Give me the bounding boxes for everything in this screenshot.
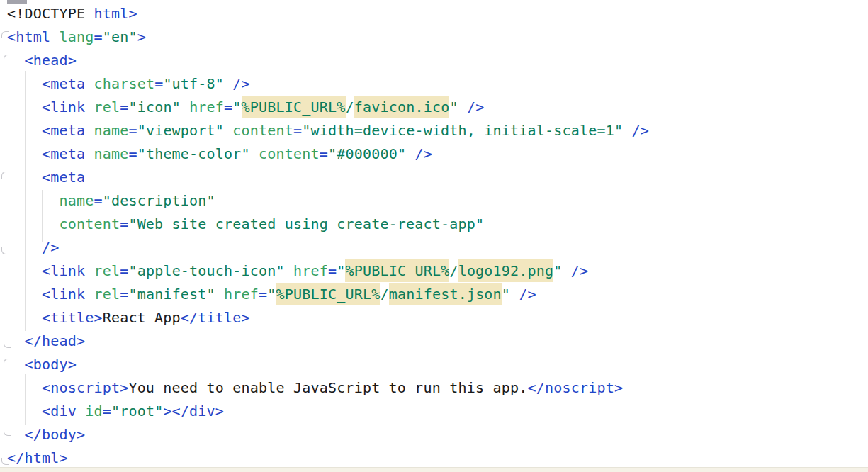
code-segment: name	[94, 122, 128, 139]
code-line-19[interactable]: </body>	[0, 423, 868, 446]
code-segment: =	[94, 192, 102, 209]
code-segment	[50, 28, 59, 45]
fold-marker-html-close[interactable]	[1, 458, 9, 465]
code-line-3[interactable]: <head>	[0, 49, 868, 72]
code-area[interactable]: <!DOCTYPE html><html lang="en"> <head> <…	[0, 2, 868, 470]
code-line-5[interactable]: <link rel="icon" href="%PUBLIC_URL%/favi…	[0, 96, 868, 119]
indent-guide-head	[25, 71, 26, 331]
code-segment: html>	[94, 5, 137, 22]
code-segment	[85, 286, 94, 303]
code-segment	[406, 145, 415, 162]
code-segment	[250, 145, 259, 162]
code-segment: />	[571, 262, 588, 279]
code-segment: </noscript>	[527, 379, 623, 396]
code-segment: /	[346, 99, 354, 116]
code-segment	[623, 122, 631, 139]
code-segment	[510, 286, 519, 303]
code-line-13[interactable]: <link rel="manifest" href="%PUBLIC_URL%/…	[0, 283, 868, 306]
code-line-1[interactable]: <!DOCTYPE html>	[0, 2, 868, 26]
code-segment: <div	[42, 403, 77, 420]
code-segment: id	[85, 403, 102, 420]
code-segment: <link	[42, 99, 85, 116]
code-segment: />	[631, 122, 648, 139]
code-segment: <meta	[42, 145, 85, 162]
code-segment: <meta	[42, 75, 85, 92]
code-line-4[interactable]: <meta charset="utf-8" />	[0, 72, 868, 96]
code-line-9[interactable]: name="description"	[0, 189, 868, 213]
code-line-10[interactable]: content="Web site created using create-r…	[0, 213, 868, 236]
code-segment: "	[232, 99, 241, 116]
code-segment: "theme-color"	[137, 145, 250, 162]
code-segment: />	[42, 239, 59, 256]
code-segment	[85, 262, 94, 279]
code-line-17[interactable]: <noscript>You need to enable JavaScript …	[0, 376, 868, 400]
code-line-15[interactable]: </head>	[0, 330, 868, 353]
code-segment: =	[154, 75, 163, 92]
code-segment: rel	[94, 99, 120, 116]
code-segment: "	[449, 99, 458, 116]
code-segment	[85, 145, 94, 162]
code-line-2[interactable]: <html lang="en">	[0, 26, 868, 49]
code-segment: <body>	[24, 356, 76, 373]
code-segment: =	[120, 215, 128, 232]
code-segment: React App	[103, 309, 181, 326]
code-line-6[interactable]: <meta name="viewport" content="width=dev…	[0, 119, 868, 142]
code-segment: name	[94, 145, 128, 162]
code-segment	[224, 122, 232, 139]
code-line-12[interactable]: <link rel="apple-touch-icon" href="%PUBL…	[0, 259, 868, 283]
code-segment: "	[502, 286, 510, 303]
code-segment: =	[128, 145, 137, 162]
code-line-8[interactable]: <meta	[0, 166, 868, 189]
fold-marker-html-open[interactable]	[1, 31, 9, 38]
code-segment: />	[232, 75, 249, 92]
code-line-18[interactable]: <div id="root"></div>	[0, 400, 868, 423]
code-segment: "width=device-width, initial-scale=1"	[302, 122, 623, 139]
code-segment: name	[59, 192, 94, 209]
code-line-14[interactable]: <title>React App</title>	[0, 306, 868, 330]
code-segment: =	[293, 122, 302, 139]
code-segment: "root"	[111, 403, 163, 420]
code-line-16[interactable]: <body>	[0, 353, 868, 376]
fold-marker-head-open[interactable]	[4, 55, 11, 62]
code-segment: rel	[94, 262, 120, 279]
template-token: manifest.json	[389, 283, 502, 305]
code-segment: "#000000"	[328, 145, 406, 162]
code-segment	[215, 286, 224, 303]
code-segment: </head>	[24, 332, 85, 349]
code-segment	[7, 215, 59, 232]
code-line-11[interactable]: />	[0, 236, 868, 259]
template-token: %PUBLIC_URL%	[276, 283, 381, 305]
code-segment: "	[267, 286, 276, 303]
code-segment: /	[449, 262, 458, 279]
indent-guide-meta	[42, 190, 43, 242]
fold-marker-meta-close[interactable]	[1, 247, 9, 254]
horizontal-scrollbar[interactable]	[0, 467, 868, 472]
code-segment: =	[120, 262, 128, 279]
fold-marker-body-open[interactable]	[4, 359, 11, 366]
fold-marker-head-close[interactable]	[4, 341, 11, 348]
fold-marker-meta-open[interactable]	[1, 172, 9, 179]
code-segment: <head>	[24, 52, 76, 69]
code-segment: ></div>	[163, 403, 224, 420]
code-segment: =	[128, 122, 137, 139]
code-segment: href	[224, 286, 259, 303]
fold-marker-body-close[interactable]	[4, 429, 11, 436]
code-segment: <link	[42, 262, 85, 279]
code-segment: <!DOCTYPE	[7, 5, 94, 22]
code-segment: "	[337, 262, 345, 279]
code-line-7[interactable]: <meta name="theme-color" content="#00000…	[0, 142, 868, 166]
code-segment: <meta	[42, 122, 85, 139]
code-segment	[285, 262, 293, 279]
code-segment: href	[189, 99, 224, 116]
code-segment: <meta	[42, 169, 85, 186]
code-segment	[563, 262, 571, 279]
code-segment	[85, 75, 94, 92]
code-segment	[458, 99, 467, 116]
code-segment: "apple-touch-icon"	[128, 262, 284, 279]
code-segment: =	[328, 262, 337, 279]
code-segment	[181, 99, 189, 116]
code-segment	[85, 99, 94, 116]
code-segment: <link	[42, 286, 85, 303]
code-segment: You need to enable JavaScript to run thi…	[128, 379, 527, 396]
code-segment: </html>	[7, 449, 68, 466]
